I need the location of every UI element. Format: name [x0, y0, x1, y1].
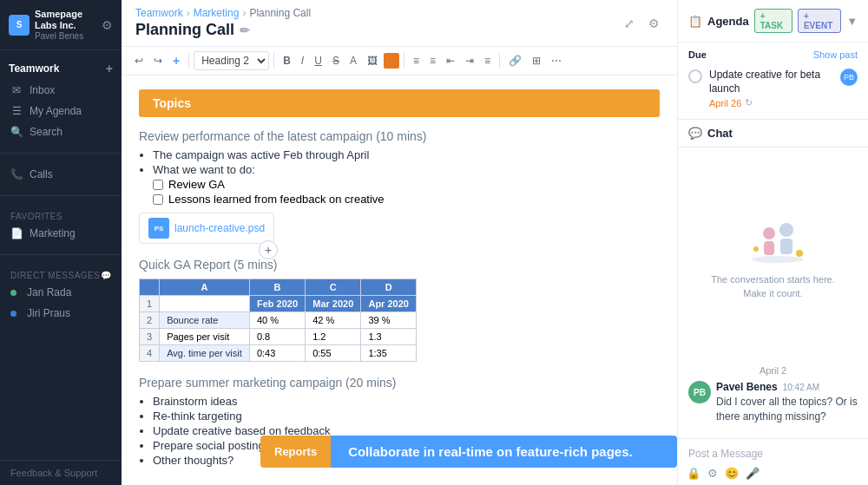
bold-button[interactable]: B — [279, 52, 295, 69]
sidebar-item-search[interactable]: 🔍 Search — [0, 121, 122, 142]
editor-toolbar: ↩ ↪ + Heading 2 Heading 1 Heading 3 Para… — [122, 47, 677, 75]
table-pages-apr: 1.3 — [361, 329, 417, 345]
indent-in-button[interactable]: ⇥ — [461, 52, 478, 69]
chat-msg-header: Pavel Benes 10:42 AM — [716, 381, 858, 393]
chat-message-content: Pavel Benes 10:42 AM Did I cover all the… — [716, 381, 858, 424]
table-button[interactable]: ⊞ — [528, 52, 545, 69]
font-size-button[interactable]: A — [345, 52, 361, 69]
chat-emoji-icon[interactable]: 😊 — [725, 467, 739, 480]
agenda-due-header: Due Show past — [688, 49, 858, 60]
sidebar-item-jiri-praus[interactable]: Jiri Praus — [0, 303, 122, 324]
agenda-due-section: Due Show past Update creative for beta l… — [678, 43, 868, 120]
sidebar-team-header: Teamwork + — [0, 57, 122, 80]
table-row: 2 Bounce rate 40 % 42 % 39 % — [140, 312, 417, 329]
text-color-button[interactable] — [384, 53, 399, 69]
table-col-num — [140, 279, 160, 296]
chat-body: The conversation starts here.Make it cou… — [678, 147, 868, 438]
chat-input-placeholder[interactable]: Post a Message — [687, 444, 859, 463]
file-attachment[interactable]: PS launch-creative.psd — [139, 213, 274, 244]
link-button[interactable]: 🔗 — [504, 52, 526, 69]
chat-lock-icon[interactable]: 🔒 — [687, 467, 700, 480]
settings-icon[interactable]: ⚙ — [102, 18, 113, 32]
svg-point-6 — [752, 256, 804, 263]
italic-button[interactable]: I — [297, 52, 308, 69]
add-task-button[interactable]: + TASK — [754, 9, 792, 33]
topics-banner: Topics — [139, 89, 660, 117]
sidebar-item-marketing[interactable]: 📄 Marketing — [0, 223, 122, 244]
checkbox-review-ga-input[interactable] — [153, 180, 163, 190]
feedback-support[interactable]: Feedback & Support — [0, 460, 122, 485]
breadcrumb-sep-1: › — [187, 7, 190, 19]
table-bounce-feb: 40 % — [249, 312, 305, 329]
sidebar-logo: S Samepage Labs Inc. Pavel Benes — [9, 9, 102, 41]
add-team-icon[interactable]: + — [106, 62, 113, 75]
breadcrumb: Teamwork › Marketing › Planning Call — [135, 7, 311, 19]
section2-heading: Quick GA Report (5 mins) — [139, 258, 660, 272]
show-past-button[interactable]: Show past — [813, 49, 858, 60]
breadcrumb-teamwork[interactable]: Teamwork — [135, 7, 183, 19]
indent-out-button[interactable]: ⇤ — [442, 52, 459, 69]
table-month-mar: Mar 2020 — [306, 296, 361, 312]
ordered-list-button[interactable]: ≡ — [425, 52, 440, 69]
search-icon: 🔍 — [10, 126, 23, 138]
calls-label: Calls — [30, 168, 53, 180]
agenda-item: Update creative for beta launch April 26… — [688, 65, 858, 112]
checkbox-lessons-label: Lessons learned from feedback on creativ… — [168, 193, 385, 206]
chat-sender-name: Pavel Benes — [716, 381, 778, 393]
sidebar-divider-3 — [0, 254, 122, 255]
agenda-filter-icon[interactable]: ▼ — [846, 15, 858, 28]
agenda-repeat-icon: ↻ — [745, 97, 753, 108]
settings-page-icon[interactable]: ⚙ — [645, 13, 663, 34]
ga-report-table: A B C D 1 Feb 2020 Mar 2020 Apr 2020 — [139, 279, 417, 362]
jan-rada-label: Jan Rada — [27, 286, 71, 298]
chat-audio-icon[interactable]: 🎤 — [746, 467, 760, 480]
agenda-header: 📋 Agenda + TASK + EVENT ▼ — [678, 0, 868, 43]
image-button[interactable]: 🖼 — [363, 52, 382, 69]
table-time-feb: 0:43 — [249, 345, 305, 362]
bullet-list-button[interactable]: ≡ — [409, 52, 424, 69]
add-event-button[interactable]: + EVENT — [798, 9, 841, 33]
redo-button[interactable]: ↪ — [149, 52, 167, 69]
section1-duration: (10 mins) — [376, 129, 426, 143]
agenda-title: Agenda — [707, 15, 749, 28]
chat-avatar: PB — [688, 381, 711, 403]
sidebar-item-jan-rada[interactable]: Jan Rada — [0, 282, 122, 303]
expand-icon[interactable]: ⤢ — [621, 13, 638, 34]
dm-section-label: Direct messages 💬 — [0, 265, 122, 282]
section-ga-report: Quick GA Report (5 mins) A B C D 1 Feb — [139, 258, 660, 362]
add-block-button[interactable]: + — [168, 51, 184, 70]
editor-content: Topics Review performance of the latest … — [122, 75, 677, 485]
sidebar-item-inbox[interactable]: ✉ Inbox — [0, 80, 122, 101]
table-col-a: A — [160, 279, 250, 296]
section2-duration: (5 mins) — [233, 258, 278, 272]
sidebar-item-calls[interactable]: 📞 Calls — [0, 164, 122, 185]
checkbox-lessons: Lessons learned from feedback on creativ… — [153, 193, 660, 206]
chat-input-actions: 🔒 ⚙ 😊 🎤 — [687, 463, 859, 480]
add-block-float-button[interactable]: + — [259, 240, 278, 259]
breadcrumb-marketing[interactable]: Marketing — [194, 7, 240, 19]
agenda-icon: 📋 — [688, 15, 702, 28]
breadcrumb-current: Planning Call — [249, 7, 311, 19]
chat-settings-icon[interactable]: ⚙ — [707, 467, 718, 480]
checkbox-lessons-input[interactable] — [153, 194, 163, 205]
table-bounce-apr: 39 % — [361, 312, 417, 329]
sidebar-company-info: Samepage Labs Inc. Pavel Benes — [35, 9, 102, 41]
undo-button[interactable]: ↩ — [130, 52, 148, 69]
svg-rect-1 — [780, 239, 792, 254]
svg-point-4 — [753, 246, 759, 252]
edit-title-icon[interactable]: ✏ — [240, 23, 250, 37]
right-panel: 📋 Agenda + TASK + EVENT ▼ Due Show past … — [677, 0, 868, 485]
sidebar-divider-2 — [0, 195, 122, 196]
sidebar-item-my-agenda[interactable]: ☰ My Agenda — [0, 101, 122, 121]
agenda-item-checkbox[interactable] — [688, 69, 702, 83]
checkbox-review-ga-label: Review GA — [168, 178, 225, 191]
more-options-button[interactable]: ⋯ — [547, 52, 566, 69]
bullet-item: Brainstorm ideas — [153, 395, 660, 408]
table-col-a-header — [160, 296, 250, 312]
strikethrough-button[interactable]: S — [328, 52, 344, 69]
dm-compose-icon[interactable]: 💬 — [101, 271, 112, 280]
align-button[interactable]: ≡ — [480, 52, 495, 69]
heading-select[interactable]: Heading 2 Heading 1 Heading 3 Paragraph — [194, 51, 269, 70]
section1-heading: Review performance of the latest campaig… — [139, 129, 660, 143]
underline-button[interactable]: U — [310, 52, 326, 69]
